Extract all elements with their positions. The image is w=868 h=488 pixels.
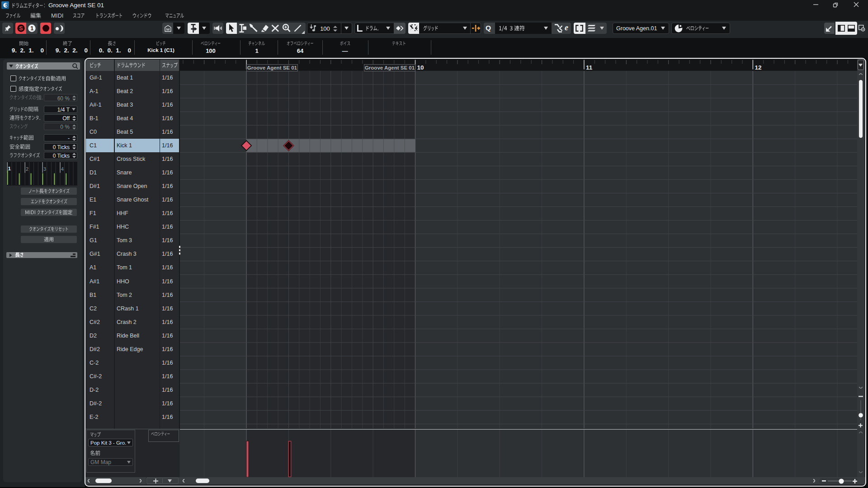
svg-text:S: S [19,25,23,32]
svg-text:1: 1 [30,25,33,32]
